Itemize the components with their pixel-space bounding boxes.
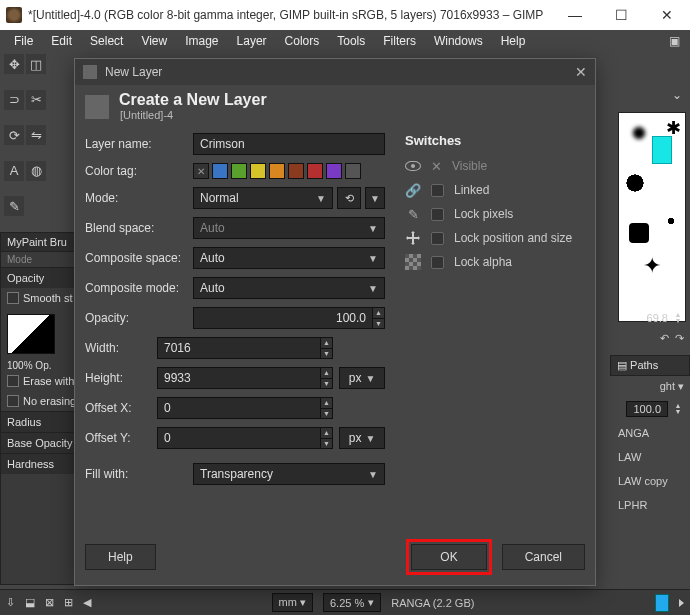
- unit-dropdown[interactable]: mm ▾: [272, 593, 313, 612]
- nav-prev-icon[interactable]: ↶: [660, 332, 669, 345]
- status-icon[interactable]: ⇩: [6, 596, 15, 609]
- fg-color-swatch[interactable]: [652, 136, 672, 164]
- tool-bucket[interactable]: ◍: [26, 161, 46, 181]
- collapse-icon[interactable]: ▣: [661, 32, 690, 50]
- tool-rotate[interactable]: ⟳: [4, 125, 24, 145]
- spin-up-icon[interactable]: ▲: [320, 398, 332, 408]
- tool-text[interactable]: A: [4, 161, 24, 181]
- layer-item[interactable]: LAW: [610, 445, 690, 469]
- checkbox[interactable]: [431, 232, 444, 245]
- offset-unit-select[interactable]: px▼: [339, 427, 385, 449]
- menu-help[interactable]: Help: [493, 32, 534, 50]
- composite-space-select[interactable]: Auto▼: [193, 247, 385, 269]
- color-tag-swatch[interactable]: [345, 163, 361, 179]
- width-spinner[interactable]: ▲▼: [157, 337, 333, 359]
- menu-view[interactable]: View: [133, 32, 175, 50]
- switch-visible[interactable]: ✕ Visible: [405, 154, 585, 178]
- opacity-value[interactable]: 100.0: [626, 401, 668, 417]
- tool-select[interactable]: ◫: [26, 54, 46, 74]
- spin-up-icon[interactable]: ▲: [320, 338, 332, 348]
- color-tag-swatch[interactable]: [250, 163, 266, 179]
- spin-down-icon[interactable]: ▼: [320, 378, 332, 388]
- blend-space-select[interactable]: Auto▼: [193, 217, 385, 239]
- spin-down-icon[interactable]: ▼: [372, 318, 384, 328]
- cancel-button[interactable]: Cancel: [502, 544, 585, 570]
- tool-brush[interactable]: ✎: [4, 196, 24, 216]
- status-icon[interactable]: ◀: [83, 596, 91, 609]
- tool-flip[interactable]: ⇋: [26, 125, 46, 145]
- checkbox[interactable]: [431, 208, 444, 221]
- layer-name-input[interactable]: [193, 133, 385, 155]
- brush-swatch[interactable]: [7, 314, 55, 354]
- color-tag-swatch[interactable]: [212, 163, 228, 179]
- spin-down-icon[interactable]: ▼: [320, 348, 332, 358]
- light-dropdown[interactable]: ght ▾: [660, 380, 684, 393]
- spin-down-icon[interactable]: ▼: [320, 438, 332, 448]
- spin-up-icon[interactable]: ▲: [320, 428, 332, 438]
- minimize-button[interactable]: —: [552, 0, 598, 30]
- width-input[interactable]: [158, 341, 320, 355]
- tool-move[interactable]: ✥: [4, 54, 24, 74]
- switch-lock-position[interactable]: Lock position and size: [405, 226, 585, 250]
- tool-crop[interactable]: ✂: [26, 90, 46, 110]
- menu-windows[interactable]: Windows: [426, 32, 491, 50]
- mode-menu-button[interactable]: ▼: [365, 187, 385, 209]
- help-button[interactable]: Help: [85, 544, 156, 570]
- checkbox[interactable]: [431, 256, 444, 269]
- spinner-arrows[interactable]: ▲▼: [672, 403, 684, 415]
- status-icon[interactable]: ⬓: [25, 596, 35, 609]
- mode-select[interactable]: Normal▼: [193, 187, 333, 209]
- switch-lock-pixels[interactable]: ✎ Lock pixels: [405, 202, 585, 226]
- composite-mode-select[interactable]: Auto▼: [193, 277, 385, 299]
- ok-button[interactable]: OK: [411, 544, 486, 570]
- menu-image[interactable]: Image: [177, 32, 226, 50]
- height-spinner[interactable]: ▲▼: [157, 367, 333, 389]
- color-tag-swatch[interactable]: [231, 163, 247, 179]
- chevron-down-icon[interactable]: ⌄: [672, 88, 682, 102]
- color-tag-swatch[interactable]: [326, 163, 342, 179]
- menu-select[interactable]: Select: [82, 32, 131, 50]
- expand-icon[interactable]: [679, 599, 684, 607]
- layer-item[interactable]: LAW copy: [610, 469, 690, 493]
- spin-up-icon[interactable]: ▲: [372, 308, 384, 318]
- spin-up-icon[interactable]: ▲: [320, 368, 332, 378]
- spinner-arrows[interactable]: ▲▼: [672, 312, 684, 324]
- opacity-spinner[interactable]: ▲▼: [193, 307, 385, 329]
- paths-tab[interactable]: ▤ Paths: [610, 355, 690, 376]
- menu-layer[interactable]: Layer: [229, 32, 275, 50]
- menu-tools[interactable]: Tools: [329, 32, 373, 50]
- offset-y-input[interactable]: [158, 431, 320, 445]
- window-titlebar: *[Untitled]-4.0 (RGB color 8-bit gamma i…: [0, 0, 690, 30]
- menu-colors[interactable]: Colors: [277, 32, 328, 50]
- fill-with-select[interactable]: Transparency▼: [193, 463, 385, 485]
- switch-lock-alpha[interactable]: Lock alpha: [405, 250, 585, 274]
- menu-edit[interactable]: Edit: [43, 32, 80, 50]
- zoom-dropdown[interactable]: 6.25 %▾: [323, 593, 381, 612]
- spin-down-icon[interactable]: ▼: [320, 408, 332, 418]
- opacity-input[interactable]: [194, 311, 372, 325]
- nav-next-icon[interactable]: ↷: [675, 332, 684, 345]
- layer-item[interactable]: ANGA: [610, 421, 690, 445]
- maximize-button[interactable]: ☐: [598, 0, 644, 30]
- fg-color-indicator[interactable]: [655, 594, 669, 612]
- close-dialog-button[interactable]: ✕: [575, 64, 587, 80]
- layer-item[interactable]: LPHR: [610, 493, 690, 517]
- menu-filters[interactable]: Filters: [375, 32, 424, 50]
- offset-y-spinner[interactable]: ▲▼: [157, 427, 333, 449]
- color-tag-none[interactable]: [193, 163, 209, 179]
- offset-x-spinner[interactable]: ▲▼: [157, 397, 333, 419]
- color-tag-swatch[interactable]: [288, 163, 304, 179]
- close-window-button[interactable]: ✕: [644, 0, 690, 30]
- tool-lasso[interactable]: ⊃: [4, 90, 24, 110]
- mode-reset-button[interactable]: ⟲: [337, 187, 361, 209]
- checkbox[interactable]: [431, 184, 444, 197]
- status-icon[interactable]: ⊞: [64, 596, 73, 609]
- menu-file[interactable]: File: [6, 32, 41, 50]
- size-unit-select[interactable]: px▼: [339, 367, 385, 389]
- height-input[interactable]: [158, 371, 320, 385]
- offset-x-input[interactable]: [158, 401, 320, 415]
- status-icon[interactable]: ⊠: [45, 596, 54, 609]
- color-tag-swatch[interactable]: [269, 163, 285, 179]
- color-tag-swatch[interactable]: [307, 163, 323, 179]
- switch-linked[interactable]: 🔗 Linked: [405, 178, 585, 202]
